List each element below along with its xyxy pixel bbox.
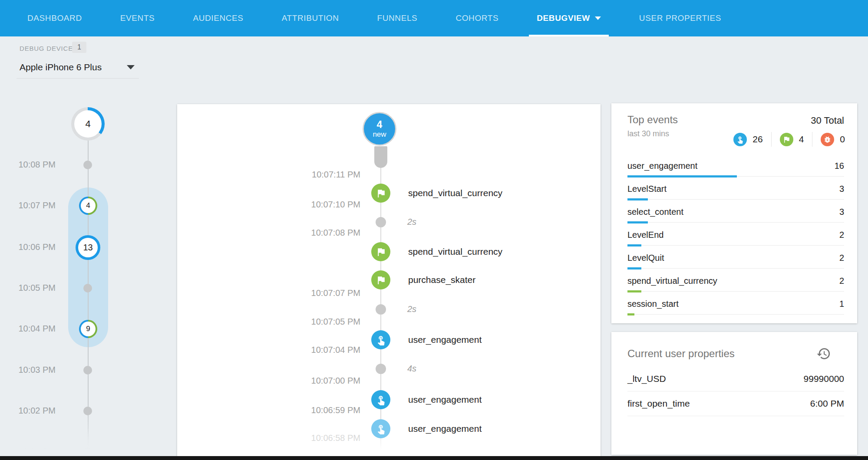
divider <box>627 199 844 200</box>
top-event-row[interactable]: LevelQuit 2 <box>627 249 844 272</box>
event-count-bar <box>627 198 648 200</box>
event-stream-card: 4 new 10:07:11 PM 10:07:10 PM 10:07:08 P… <box>177 104 601 457</box>
engagement-count: 26 <box>752 134 762 145</box>
new-events-badge[interactable]: 4 new <box>363 112 396 146</box>
divider <box>627 291 844 292</box>
event-row[interactable]: spend_virtual_currency <box>408 188 502 198</box>
minute-label: 10:03 PM <box>12 365 56 375</box>
engagement-touch-icon <box>733 133 747 146</box>
divider <box>812 132 812 147</box>
top-event-row[interactable]: LevelEnd 2 <box>627 226 844 249</box>
minute-label: 10:04 PM <box>12 324 56 334</box>
gap-dot <box>376 217 386 227</box>
divider <box>771 132 772 147</box>
event-count-bar <box>627 313 634 315</box>
gap-duration: 4s <box>407 364 416 374</box>
chevron-down-icon <box>595 16 601 20</box>
conversion-flag-icon <box>371 242 390 261</box>
user-property-row[interactable]: first_open_time 6:00 PM <box>627 391 844 416</box>
event-row[interactable]: user_engagement <box>408 335 482 345</box>
event-count-bar <box>627 267 641 269</box>
tab-debugview[interactable]: DEBUGVIEW <box>529 0 609 36</box>
minute-marker-count[interactable]: 13 <box>76 235 100 260</box>
minute-marker-count[interactable]: 9 <box>79 320 97 338</box>
gap-dot <box>376 364 386 374</box>
top-events-title: Top events <box>627 114 678 126</box>
top-events-subtitle: last 30 mins <box>627 129 669 138</box>
tab-user-properties[interactable]: USER PROPERTIES <box>631 0 729 36</box>
minute-label: 10:01 PM <box>12 447 56 457</box>
tab-attribution[interactable]: ATTRIBUTION <box>274 0 347 36</box>
event-timestamp: 10:07:05 PM <box>281 317 360 327</box>
minute-label: 10:07 PM <box>12 200 56 210</box>
tab-cohorts[interactable]: COHORTS <box>448 0 506 36</box>
divider <box>627 314 844 315</box>
engagement-touch-icon <box>371 390 390 409</box>
debug-device-count-badge: 1 <box>72 42 86 53</box>
minute-marker-dot[interactable] <box>83 447 92 456</box>
event-timestamp: 10:07:11 PM <box>281 170 360 180</box>
new-events-label: new <box>373 130 386 139</box>
event-row[interactable]: purchase_skater <box>408 275 475 285</box>
divider <box>627 268 844 269</box>
history-restore-icon[interactable] <box>816 346 831 361</box>
event-row[interactable]: spend_virtual_currency <box>408 246 502 257</box>
conversion-count: 4 <box>799 134 804 145</box>
top-events-total: 30 Total <box>811 115 844 126</box>
event-count-bar <box>627 244 641 246</box>
selected-device-name: Apple iPhone 6 Plus <box>20 62 102 72</box>
debug-device-label: DEBUG DEVICE <box>20 45 73 52</box>
event-count-bar <box>627 175 737 177</box>
gap-duration: 2s <box>407 304 416 314</box>
minute-label: 10:08 PM <box>12 160 56 170</box>
event-timestamp: 10:06:58 PM <box>281 433 360 443</box>
new-events-count: 4 <box>377 119 383 130</box>
conversion-flag-icon <box>780 133 793 146</box>
top-event-row[interactable]: session_start 1 <box>627 295 844 318</box>
minute-summary-circle[interactable]: 4 <box>71 107 105 141</box>
event-row[interactable]: user_engagement <box>408 394 482 405</box>
top-events-list: user_engagement 16 LevelStart 3 select_c… <box>627 157 844 318</box>
tab-debugview-label: DEBUGVIEW <box>537 13 590 23</box>
top-event-row[interactable]: spend_virtual_currency 2 <box>627 272 844 295</box>
event-timestamp: 10:07:04 PM <box>281 345 360 355</box>
event-timestamp: 10:07:10 PM <box>281 200 360 210</box>
minute-label: 10:05 PM <box>12 283 56 293</box>
tab-dashboard[interactable]: DASHBOARD <box>20 0 90 36</box>
event-count-bar <box>627 290 641 292</box>
minute-summary-count: 4 <box>74 110 102 138</box>
top-event-row[interactable]: LevelStart 3 <box>627 180 844 203</box>
event-timestamp: 10:07:07 PM <box>281 288 360 298</box>
divider <box>627 245 844 246</box>
user-properties-list: _ltv_USD 99990000 first_open_time 6:00 P… <box>627 367 844 416</box>
tab-events[interactable]: EVENTS <box>112 0 163 36</box>
device-select[interactable]: Apple iPhone 6 Plus <box>17 56 139 79</box>
new-events-connector <box>374 146 387 168</box>
event-timestamp: 10:07:00 PM <box>281 376 360 386</box>
user-property-row[interactable]: _ltv_USD 99990000 <box>627 367 844 391</box>
event-row[interactable]: user_engagement <box>408 424 482 434</box>
event-timestamp: 10:07:08 PM <box>281 228 360 238</box>
top-events-card: Top events last 30 mins 30 Total 26 4 0 … <box>611 103 857 323</box>
divider <box>627 222 844 223</box>
top-nav: DASHBOARD EVENTS AUDIENCES ATTRIBUTION F… <box>0 0 868 36</box>
tab-audiences[interactable]: AUDIENCES <box>185 0 251 36</box>
minute-label: 10:06 PM <box>12 242 56 252</box>
engagement-touch-icon <box>371 330 390 349</box>
top-event-row[interactable]: select_content 3 <box>627 203 844 226</box>
minute-marker-count[interactable]: 4 <box>79 197 97 215</box>
minute-marker-dot[interactable] <box>83 407 92 415</box>
user-properties-title: Current user properties <box>627 348 735 360</box>
top-event-row[interactable]: user_engagement 16 <box>627 157 844 180</box>
event-count-bar <box>627 221 648 223</box>
error-bug-icon <box>821 133 834 146</box>
minute-marker-dot[interactable] <box>83 161 92 169</box>
debugview-page: DASHBOARD EVENTS AUDIENCES ATTRIBUTION F… <box>0 0 868 460</box>
dropdown-caret-icon <box>127 65 135 69</box>
gap-duration: 2s <box>407 217 416 227</box>
minute-marker-dot[interactable] <box>83 366 92 375</box>
error-count: 0 <box>840 134 845 145</box>
minute-marker-dot[interactable] <box>83 284 92 292</box>
tab-funnels[interactable]: FUNNELS <box>370 0 426 36</box>
window-bottom-edge <box>0 456 868 460</box>
